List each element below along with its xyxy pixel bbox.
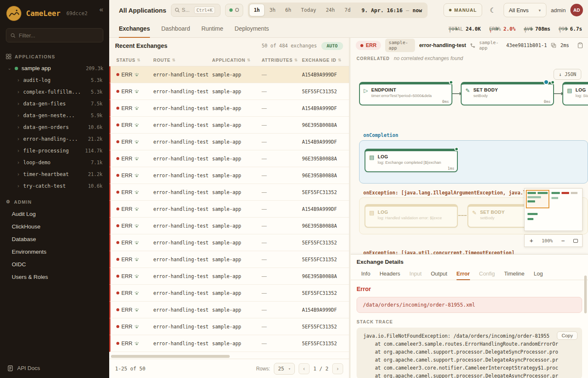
zoom-out-button[interactable]: − <box>560 237 565 244</box>
date-range-display[interactable]: 9. Apr. 16:16 — now <box>356 7 426 13</box>
main-tab[interactable]: Deployments <box>235 20 269 38</box>
sidebar-item-admin[interactable]: Audit Log <box>0 207 109 220</box>
sidebar-item-route[interactable]: › data-gen-orders 10.6k <box>0 121 109 133</box>
details-tab[interactable]: Info <box>361 268 370 280</box>
sidebar-item-route[interactable]: › file-processing 114.7k <box>0 145 109 157</box>
avatar[interactable]: AD <box>570 4 583 16</box>
copy-icon[interactable] <box>551 43 556 48</box>
details-tab[interactable]: Output <box>431 268 447 280</box>
sidebar-item-admin[interactable]: Database <box>0 233 109 245</box>
details-tab[interactable]: Error <box>457 268 470 280</box>
sort-icon[interactable]: ⇅ <box>247 58 250 62</box>
prev-page-button[interactable]: ‹ <box>299 363 310 374</box>
error-dot <box>116 140 119 143</box>
sidebar-item-route[interactable]: › try-catch-test 10.6k <box>0 180 109 192</box>
fit-to-screen-icon[interactable] <box>573 239 578 243</box>
sidebar-item-route[interactable]: › timer-heartbeat 21.2k <box>0 168 109 180</box>
dark-mode-toggle[interactable]: ☾ <box>487 5 499 16</box>
sidebar-item-admin[interactable]: Environments <box>0 245 109 258</box>
column-header-route[interactable]: ROUTE⇅ <box>153 58 212 63</box>
route-link-icon[interactable] <box>470 43 475 48</box>
table-row[interactable]: ERR error-handling-test sample-app — A15… <box>109 66 349 83</box>
table-row[interactable]: ERR error-handling-test sample-app — 5EF… <box>109 251 349 268</box>
table-row[interactable]: ERR error-handling-test sample-app — 96E… <box>109 167 349 184</box>
sidebar-item-admin[interactable]: ClickHouse <box>0 220 109 233</box>
table-row[interactable]: ERR error-handling-test sample-app — A15… <box>109 302 349 318</box>
sidebar-item-sample-app[interactable]: ⌄ sample app 209.3k <box>0 62 109 74</box>
route-diagram[interactable]: ↓ JSON ▷ ENDPOINT timer:errorTest?period… <box>351 64 588 254</box>
sidebar-filter[interactable] <box>6 28 103 42</box>
table-row[interactable]: ERR error-handling-test sample-app — 96E… <box>109 268 349 285</box>
sidebar-item-route[interactable]: › error-handling-... 21.2k <box>0 133 109 145</box>
table-row[interactable]: ERR error-handling-test sample-app — 5EF… <box>109 234 349 251</box>
time-range-button[interactable]: 6h <box>281 4 296 16</box>
next-page-button[interactable]: › <box>332 363 343 374</box>
vertical-scrollbar-thumb[interactable] <box>584 276 587 313</box>
column-header-application[interactable]: APPLICATION⇅ <box>212 58 262 63</box>
copy-stack-button[interactable]: Copy <box>557 331 578 340</box>
table-row[interactable]: ERR error-handling-test sample-app — 5EF… <box>109 335 349 352</box>
main-tab[interactable]: Runtime <box>201 20 223 38</box>
global-search-input[interactable] <box>182 7 192 13</box>
sidebar-item-route[interactable]: › complex-fulfillm... 5.3k <box>0 86 109 98</box>
time-range-button[interactable]: 24h <box>321 4 340 16</box>
details-tab[interactable]: Input <box>410 268 422 280</box>
node-title: ENDPOINT <box>371 87 432 92</box>
sidebar-item-admin[interactable]: Users & Roles <box>0 270 109 283</box>
paw-icon <box>134 89 139 94</box>
refresh-mode-button[interactable]: MANUAL <box>444 3 483 17</box>
diagram-minimap[interactable] <box>524 188 583 231</box>
main-tab[interactable]: Dashboard <box>161 20 190 38</box>
column-header-attributes[interactable]: ATTRIBUTES⇅ <box>262 58 302 63</box>
sort-icon[interactable]: ⇅ <box>137 58 140 62</box>
table-row[interactable]: ERR error-handling-test sample-app — 96E… <box>109 150 349 167</box>
zoom-in-button[interactable]: + <box>529 237 534 244</box>
chevron-down-icon[interactable]: ⌄ <box>8 66 11 71</box>
clipboard-icon[interactable] <box>578 42 583 48</box>
table-row[interactable]: ERR error-handling-test sample-app — A15… <box>109 100 349 117</box>
sort-icon[interactable]: ⇅ <box>172 58 176 62</box>
diagram-node-completion-log[interactable]: ▤ LOG log: Exchange completed [${exchan … <box>365 149 458 172</box>
time-range-button[interactable]: 7d <box>340 4 355 16</box>
errors-only-toggle[interactable]: O <box>225 4 243 17</box>
details-tab[interactable]: Timeline <box>504 268 525 280</box>
diagram-node-endpoint[interactable]: ▷ ENDPOINT timer:errorTest?period=5000&d… <box>359 82 452 105</box>
diagram-node-log[interactable]: ▤ LOG log: Sta <box>562 82 588 105</box>
details-tab[interactable]: Headers <box>380 268 400 280</box>
environment-select[interactable]: All Envs ▾ <box>504 3 546 17</box>
diagram-node-setbody[interactable]: ✎ SET BODY setBody 0ms <box>461 82 554 105</box>
table-row[interactable]: ERR error-handling-test sample-app — A15… <box>109 134 349 150</box>
auto-refresh-badge[interactable]: AUTO <box>321 42 344 50</box>
horizontal-scrollbar-thumb[interactable] <box>111 355 230 358</box>
sidebar-item-route[interactable]: › audit-log 5.3k <box>0 74 109 86</box>
time-range-button[interactable]: 1h <box>249 4 264 16</box>
sort-icon[interactable]: ⇅ <box>294 58 298 62</box>
column-header-exchange-id[interactable]: EXCHANGE ID⇅ <box>302 58 349 63</box>
sidebar-item-route[interactable]: › data-gen-files 7.5k <box>0 98 109 110</box>
table-row[interactable]: ERR error-handling-test sample-app — 96E… <box>109 117 349 134</box>
diagram-node-exception-log[interactable]: ▤ LOG log: Handled validation error: ${e… <box>365 204 458 228</box>
sidebar-item-route[interactable]: › loop-demo 7.1k <box>0 157 109 168</box>
route-count: 114.7k <box>85 148 102 154</box>
rows-per-page-select[interactable]: 25 ▾ <box>274 363 295 375</box>
sidebar-item-route[interactable]: › data-gen-neste... 5.9k <box>0 110 109 121</box>
table-row[interactable]: ERR error-handling-test sample-app — A15… <box>109 201 349 218</box>
download-json-button[interactable]: ↓ JSON <box>554 69 581 80</box>
global-search[interactable]: Ctrl+K <box>171 4 220 17</box>
time-range-button[interactable]: 3h <box>265 4 280 16</box>
details-tab[interactable]: Log <box>534 268 543 280</box>
table-row[interactable]: ERR error-handling-test sample-app — 5EF… <box>109 83 349 100</box>
table-row[interactable]: ERR error-handling-test sample-app — 96E… <box>109 218 349 234</box>
main-tab[interactable]: Exchanges <box>119 20 150 38</box>
details-tab[interactable]: Config <box>479 268 495 280</box>
time-range-button[interactable]: Today <box>297 4 321 16</box>
sidebar-filter-input[interactable] <box>19 32 99 39</box>
sidebar-collapse-icon[interactable]: « <box>100 5 103 14</box>
sort-icon[interactable]: ⇅ <box>338 58 341 62</box>
column-header-status[interactable]: STATUS⇅ <box>116 58 153 63</box>
table-row[interactable]: ERR error-handling-test sample-app — 5EF… <box>109 318 349 335</box>
table-row[interactable]: ERR error-handling-test sample-app — 5EF… <box>109 285 349 302</box>
sidebar-item-api-docs[interactable]: API Docs <box>0 359 109 378</box>
sidebar-item-admin[interactable]: OIDC <box>0 258 109 270</box>
table-row[interactable]: ERR error-handling-test sample-app — 5EF… <box>109 184 349 201</box>
